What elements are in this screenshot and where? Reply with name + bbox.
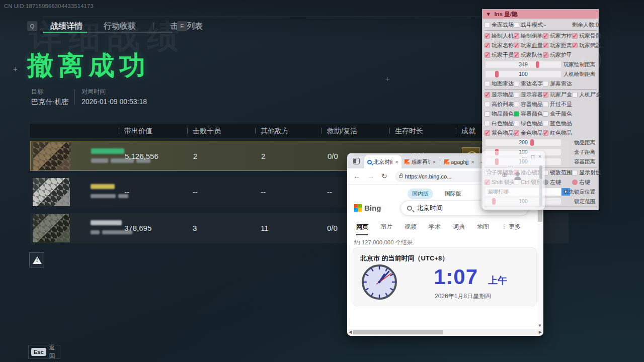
checkbox[interactable] <box>485 102 490 107</box>
checkbox[interactable] <box>514 81 519 86</box>
version-toggle[interactable]: 国内版 <box>408 189 433 199</box>
table-cell: -- <box>124 188 129 196</box>
checkbox[interactable] <box>543 130 548 136</box>
checkbox[interactable] <box>485 43 490 48</box>
tab-actions-icon[interactable] <box>353 158 360 164</box>
panel-item-label: 容器颜色 <box>521 110 543 118</box>
tab-close-icon[interactable]: × <box>395 159 398 165</box>
minimize-icon[interactable]: — <box>522 154 527 159</box>
color-swatch[interactable] <box>543 111 548 117</box>
hotkey-q-badge: Q <box>27 21 37 31</box>
panel-item: 玩家距离 <box>543 42 572 49</box>
tab-separator <box>153 23 153 30</box>
checkbox[interactable] <box>514 130 519 136</box>
checkbox[interactable] <box>514 22 519 28</box>
scroll-down-arrow[interactable]: ▼ <box>538 323 542 328</box>
checkbox[interactable] <box>514 92 519 98</box>
checkbox[interactable] <box>514 43 519 48</box>
tab-1[interactable]: 行动收获 <box>100 21 140 32</box>
panel-divider <box>485 30 597 31</box>
checkbox[interactable] <box>572 170 578 175</box>
esc-return-label: 返回 <box>49 343 60 360</box>
checkbox[interactable] <box>485 92 490 98</box>
checkbox[interactable] <box>485 33 490 39</box>
panel-item: 容器颜色 <box>514 110 543 118</box>
slider-label: 容器距离 <box>574 158 595 165</box>
panel-item: 绿色物品 <box>514 120 543 127</box>
checkbox[interactable] <box>543 43 548 48</box>
browser-tab[interactable]: 感谢再访× <box>401 155 439 168</box>
checkbox[interactable] <box>485 130 490 136</box>
search-tab[interactable]: 地图 <box>477 223 489 235</box>
checkbox[interactable] <box>485 121 490 126</box>
horizontal-scroll-thumb[interactable] <box>353 330 443 334</box>
player-avatar <box>33 178 70 206</box>
panel-item: 玩家武器 <box>572 42 601 49</box>
panel-row: 100人机绘制距离 <box>485 69 597 79</box>
table-cell: -- <box>193 188 198 196</box>
panel-item: 绘制人机 <box>485 32 514 40</box>
checkbox[interactable] <box>543 81 548 86</box>
more-dots-icon: ⋯ <box>508 163 513 169</box>
checkbox[interactable] <box>543 52 548 58</box>
table-cell: 0/0 <box>327 224 338 232</box>
search-tab[interactable]: 网页 <box>356 223 368 235</box>
tab-close-icon[interactable]: × <box>471 159 474 165</box>
horizontal-scrollbar[interactable]: ◀ ▶ <box>347 329 543 335</box>
panel-item-label: 绘制倒地 <box>521 32 543 40</box>
browser-tab[interactable]: 北京时间× <box>364 155 401 168</box>
url-bar[interactable]: https://cn.bing.co... <box>395 171 486 182</box>
bing-version-toggle: 国内版国际版 <box>408 189 466 199</box>
panel-item: 玩家骨骼 <box>572 32 601 40</box>
color-swatch[interactable] <box>514 111 519 117</box>
panel-item-label: 显示容器 <box>521 91 543 99</box>
esc-return-button[interactable]: Esc 返回 <box>28 345 60 359</box>
player-subtitle-redacted <box>91 230 100 234</box>
checkbox[interactable] <box>543 92 548 98</box>
column-header: 成就 <box>461 127 475 136</box>
search-tab[interactable]: 视频 <box>405 223 417 235</box>
checkbox[interactable] <box>572 92 578 98</box>
version-toggle[interactable]: 国际版 <box>440 189 466 199</box>
panel-row: 绘制人机绘制倒地玩家方框玩家骨骼 <box>485 31 597 41</box>
panel-row: 全面战场战斗模式~剩余人数:0 <box>485 20 597 30</box>
checkbox[interactable] <box>485 22 490 28</box>
collapse-arrow-icon[interactable]: ▼ <box>486 11 491 17</box>
checkbox[interactable] <box>543 33 548 39</box>
search-tab[interactable]: 词典 <box>453 223 465 235</box>
forward-button[interactable]: → <box>367 172 374 180</box>
checkbox[interactable] <box>572 43 578 48</box>
color-swatch[interactable] <box>485 111 490 117</box>
panel-row: 高价列表容器物品开过不显 <box>485 100 597 109</box>
checkbox[interactable] <box>543 121 548 126</box>
warning-button[interactable]: ! <box>29 252 44 267</box>
tab-close-icon[interactable]: × <box>433 159 436 165</box>
checkbox[interactable] <box>543 102 548 107</box>
checkbox[interactable] <box>485 52 490 58</box>
panel-row: 物品颜色容器颜色盒子颜色 <box>485 109 597 119</box>
back-button[interactable]: ← <box>353 172 360 180</box>
browser-tab[interactable]: agaghjj× <box>441 155 477 168</box>
refresh-button[interactable]: ↻ <box>381 172 387 180</box>
maximize-icon[interactable]: □ <box>531 154 534 159</box>
tab-0[interactable]: 战绩详情 <box>46 21 87 32</box>
radio-button[interactable] <box>572 179 578 185</box>
table-cell: 0/0 <box>328 152 338 160</box>
panel-header[interactable]: ▼ Ins 显/隐 <box>482 10 598 19</box>
table-cell: -- <box>261 188 266 196</box>
panel-item-label: 玩家尸盒 <box>550 91 572 99</box>
bing-logo[interactable]: Bing <box>354 204 381 212</box>
search-tab[interactable]: 图片 <box>380 223 392 235</box>
close-icon[interactable]: × <box>538 154 541 159</box>
browser-tab-title: agaghjj <box>451 159 468 165</box>
checkbox[interactable] <box>514 121 519 126</box>
table-cell: 2 <box>193 152 197 160</box>
search-tab[interactable]: ⋮ 更多 <box>501 223 521 235</box>
checkbox[interactable] <box>514 33 519 39</box>
checkbox[interactable] <box>485 81 490 86</box>
checkbox[interactable] <box>514 52 519 58</box>
search-tab[interactable]: 学术 <box>429 223 441 235</box>
url-text: https://cn.bing.co... <box>405 173 451 179</box>
checkbox[interactable] <box>514 102 519 107</box>
checkbox[interactable] <box>572 33 578 39</box>
